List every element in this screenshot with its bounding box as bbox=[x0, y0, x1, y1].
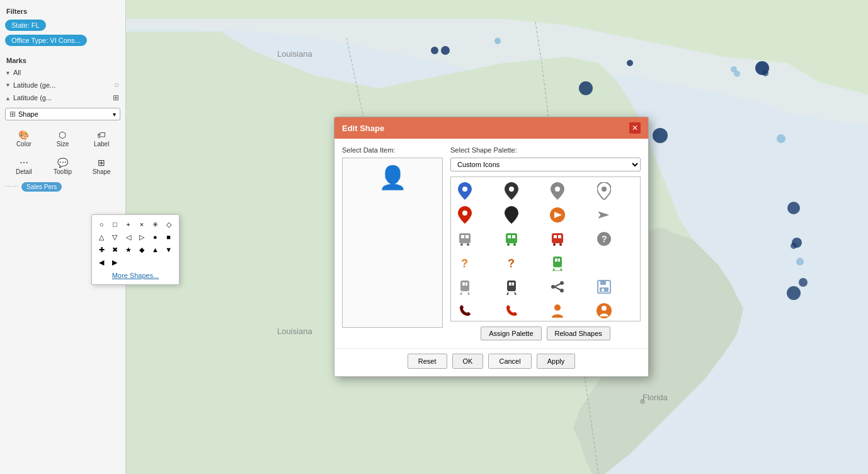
svg-rect-41 bbox=[558, 235, 561, 238]
modal-overlay: Edit Shape ✕ Select Data Item: 👤 Select … bbox=[0, 0, 868, 474]
reload-shapes-button[interactable]: Reload Shapes bbox=[547, 327, 610, 340]
icon-question-orange[interactable]: ? bbox=[454, 251, 476, 274]
svg-rect-58 bbox=[465, 282, 467, 286]
modal-right-panel: Select Shape Palette: Custom Icons Defau… bbox=[450, 146, 641, 340]
modal-left-panel: Select Data Item: 👤 bbox=[342, 146, 443, 340]
svg-point-37 bbox=[507, 243, 510, 246]
svg-point-66 bbox=[560, 281, 564, 285]
svg-point-23 bbox=[555, 187, 560, 192]
icon-question-gray[interactable]: ? bbox=[593, 228, 615, 250]
svg-rect-51 bbox=[555, 258, 557, 262]
svg-line-59 bbox=[460, 292, 462, 295]
modal-bottom-buttons: Assign Palette Reload Shapes bbox=[450, 327, 641, 340]
data-item-box: 👤 bbox=[342, 158, 443, 328]
cancel-button[interactable]: Cancel bbox=[488, 354, 531, 369]
svg-point-42 bbox=[553, 243, 556, 246]
person-icon: 👤 bbox=[379, 165, 407, 191]
svg-marker-28 bbox=[598, 212, 608, 218]
svg-rect-39 bbox=[552, 233, 563, 243]
svg-point-68 bbox=[551, 285, 555, 289]
icon-pin-red[interactable] bbox=[454, 204, 476, 226]
svg-rect-56 bbox=[460, 280, 469, 291]
svg-rect-52 bbox=[558, 258, 560, 262]
svg-point-33 bbox=[467, 243, 469, 246]
icon-pin-outline[interactable] bbox=[593, 180, 615, 202]
icon-pin-blue[interactable] bbox=[454, 180, 476, 202]
modal-title: Edit Shape bbox=[342, 124, 384, 133]
icon-bus-green[interactable] bbox=[500, 228, 523, 250]
ok-button[interactable]: OK bbox=[452, 354, 484, 369]
svg-rect-62 bbox=[509, 282, 511, 286]
palette-select[interactable]: Custom Icons Default Filled Hollow Weath… bbox=[450, 158, 641, 171]
icon-phone-red[interactable] bbox=[500, 299, 523, 321]
modal-header: Edit Shape ✕ bbox=[334, 117, 648, 139]
svg-point-22 bbox=[509, 187, 514, 192]
svg-rect-40 bbox=[554, 235, 557, 238]
svg-point-21 bbox=[462, 187, 467, 192]
icon-pin-dark[interactable] bbox=[500, 180, 523, 202]
svg-point-43 bbox=[559, 243, 562, 246]
icon-person-circle[interactable] bbox=[593, 299, 615, 321]
svg-line-64 bbox=[507, 292, 508, 295]
svg-rect-63 bbox=[512, 282, 514, 286]
svg-point-25 bbox=[462, 211, 467, 216]
icon-pin-black[interactable] bbox=[500, 204, 523, 226]
icon-share[interactable] bbox=[546, 275, 569, 298]
icon-train-green[interactable] bbox=[546, 251, 569, 274]
icon-arrow-right-outline[interactable] bbox=[593, 204, 615, 226]
svg-point-67 bbox=[560, 289, 564, 292]
svg-rect-29 bbox=[459, 233, 471, 243]
icon-bus-gray[interactable] bbox=[454, 228, 476, 250]
select-palette-label: Select Shape Palette: bbox=[450, 146, 641, 154]
svg-rect-57 bbox=[462, 282, 465, 286]
modal-body: Select Data Item: 👤 Select Shape Palette… bbox=[334, 139, 648, 348]
apply-button[interactable]: Apply bbox=[537, 354, 576, 369]
svg-text:?: ? bbox=[602, 234, 607, 244]
svg-rect-34 bbox=[506, 233, 517, 243]
svg-rect-50 bbox=[553, 257, 562, 267]
edit-shape-modal: Edit Shape ✕ Select Data Item: 👤 Select … bbox=[334, 117, 649, 377]
svg-rect-61 bbox=[507, 280, 516, 291]
svg-line-65 bbox=[515, 292, 516, 295]
reset-button[interactable]: Reset bbox=[408, 354, 447, 369]
icon-bus-red[interactable] bbox=[546, 228, 569, 250]
assign-palette-button[interactable]: Assign Palette bbox=[481, 327, 541, 340]
svg-rect-70 bbox=[600, 280, 606, 285]
svg-text:?: ? bbox=[508, 257, 515, 270]
svg-rect-30 bbox=[461, 235, 464, 238]
svg-point-24 bbox=[602, 187, 607, 192]
select-data-item-label: Select Data Item: bbox=[342, 146, 443, 154]
icon-empty1 bbox=[593, 251, 615, 274]
modal-close-button[interactable]: ✕ bbox=[629, 122, 641, 134]
icon-train-gray[interactable] bbox=[454, 275, 476, 298]
icon-save[interactable] bbox=[593, 275, 615, 298]
modal-footer: Reset OK Cancel Apply bbox=[334, 348, 648, 376]
icons-grid: ? ? ? bbox=[450, 176, 641, 321]
modal-columns: Select Data Item: 👤 Select Shape Palette… bbox=[342, 146, 641, 340]
svg-line-60 bbox=[468, 292, 469, 295]
svg-rect-36 bbox=[512, 235, 515, 238]
svg-point-75 bbox=[602, 306, 607, 311]
icon-arrow-right-orange[interactable] bbox=[546, 204, 569, 226]
svg-rect-35 bbox=[508, 235, 511, 238]
icon-person-orange[interactable] bbox=[546, 299, 569, 321]
svg-point-32 bbox=[460, 243, 463, 246]
icon-pin-gray[interactable] bbox=[546, 180, 569, 202]
icon-question-dark-orange[interactable]: ? bbox=[500, 251, 523, 274]
svg-rect-72 bbox=[602, 289, 604, 291]
icon-train-dark[interactable] bbox=[500, 275, 523, 298]
svg-point-38 bbox=[513, 243, 516, 246]
svg-rect-31 bbox=[465, 235, 469, 238]
svg-point-73 bbox=[554, 304, 561, 311]
svg-text:?: ? bbox=[461, 257, 468, 270]
icon-phone-dark[interactable] bbox=[454, 299, 476, 321]
